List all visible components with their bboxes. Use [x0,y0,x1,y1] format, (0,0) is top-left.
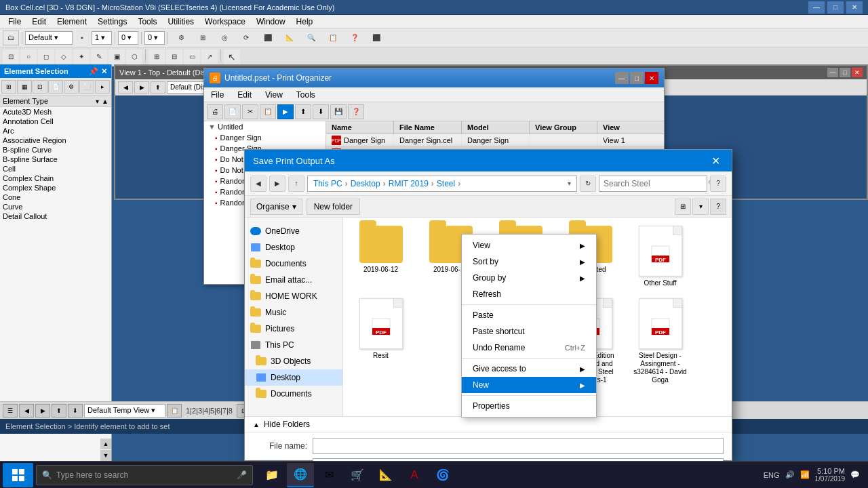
element-cone[interactable]: Cone [0,192,111,202]
toolbar-open[interactable]: 🗂 [3,30,19,45]
print-close[interactable]: ✕ [645,72,658,84]
notification-icon[interactable]: 💬 [850,470,860,479]
ctx-paste[interactable]: Paste [462,307,596,323]
element-type-scroll[interactable]: ▲ [102,98,108,105]
search-input[interactable] [604,179,705,188]
taskbar-app-extra[interactable]: 🌀 [429,463,456,487]
table-row-1[interactable]: PDF Danger Sign Danger Sign.cel Danger S… [326,134,664,147]
snap-btn-1[interactable]: ⊡ [3,49,19,64]
menu-file[interactable]: File [3,16,26,28]
minimize-button[interactable]: — [808,1,825,14]
menu-tools[interactable]: Tools [132,16,162,28]
sidebar-documents[interactable]: Documents [245,256,342,272]
menu-edit[interactable]: Edit [26,16,52,28]
toolbar-num-dropdown[interactable]: 1 ▾ [92,31,112,45]
temp-view-dropdown[interactable]: Default Temp View ▾ [84,404,165,418]
panel-btn-5[interactable]: ⚙ [64,80,79,94]
ctx-view[interactable]: View ▶ [462,237,596,253]
view1-tool-1[interactable]: ◀ [118,81,133,94]
toolbar-btn-5[interactable]: ⟳ [236,30,256,45]
snap-btn-5[interactable]: ✦ [73,49,90,64]
print-menu-view[interactable]: View [258,89,290,101]
panel-btn-4[interactable]: 📄 [48,80,63,94]
sidebar-music[interactable]: Music [245,304,342,321]
print-tool-6[interactable]: ⬆ [295,104,311,119]
sidebar-email[interactable]: Email attac... [245,272,342,288]
print-tool-8[interactable]: 💾 [330,104,347,119]
sidebar-documents-2[interactable]: Documents [245,386,342,402]
toolbar-btn-11[interactable]: ⬛ [366,30,387,45]
print-tool-1[interactable]: 🖨 [207,104,223,119]
ctx-refresh[interactable]: Refresh [462,286,596,302]
toolbar-btn-2[interactable]: ⚙ [171,30,191,45]
ctx-undo-rename[interactable]: Undo Rename Ctrl+Z [462,340,596,356]
taskbar-app-mail[interactable]: ✉ [315,463,342,487]
bc-rmit[interactable]: RMIT 2019 [389,179,429,188]
print-minimize[interactable]: — [615,72,629,84]
snap-btn-11[interactable]: ▭ [184,49,200,64]
ctx-paste-shortcut[interactable]: Paste shortcut [462,323,596,340]
element-type-arrow[interactable]: ▾ [96,98,99,105]
sidebar-homework[interactable]: HOME WORK [245,288,342,304]
sidebar-onedrive[interactable]: OneDrive [245,223,342,239]
menu-window[interactable]: Window [251,16,291,28]
file-folder-2019-06-12[interactable]: 2019-06-12 [349,223,413,290]
ctx-give-access[interactable]: Give access to ▶ [462,361,596,377]
menu-help[interactable]: Help [291,16,319,28]
snap-btn-10[interactable]: ⊟ [166,49,182,64]
menu-settings[interactable]: Settings [92,16,132,28]
start-button[interactable] [3,463,33,487]
print-tool-9[interactable]: ❓ [348,104,364,119]
ctx-new[interactable]: New ▶ [462,377,596,393]
view1-minimize[interactable]: — [827,68,838,77]
view-icons-button[interactable]: ⊞ [675,199,691,215]
file-pdf-other-stuff[interactable]: PDF Other Stuff [628,223,692,290]
taskbar-app-store[interactable]: 🛒 [344,463,371,487]
select-arrow[interactable]: ↖ [224,49,240,64]
ctx-properties[interactable]: Properties [462,398,596,414]
print-menu-edit[interactable]: Edit [231,89,258,101]
menu-element[interactable]: Element [52,16,92,28]
print-tool-5[interactable]: ▶ [277,104,294,119]
panel-pin[interactable]: 📌 [89,67,98,76]
file-pdf-steel-design[interactable]: PDF Steel Design - Assingment - s3284614… [628,296,692,387]
sidebar-thispc[interactable]: This PC [245,337,342,353]
save-close-button[interactable]: ✕ [707,152,724,169]
bc-steel[interactable]: Steel [437,179,455,188]
toolbar-btn-8[interactable]: 🔍 [301,30,321,45]
taskbar-app-edge[interactable]: 🌐 [287,463,314,487]
print-maximize[interactable]: □ [630,72,644,84]
element-bspline-curve[interactable]: B-spline Curve [0,145,111,155]
toolbar-default-dropdown[interactable]: Default ▾ [25,31,73,45]
bottom-tool-3[interactable]: ▶ [35,404,50,418]
nav-forward-button[interactable]: ▶ [269,176,285,192]
element-curve[interactable]: Curve [0,202,111,211]
close-button[interactable]: ✕ [846,1,863,14]
toolbar-zero-dropdown[interactable]: 0 ▾ [118,31,138,45]
file-pdf-resit[interactable]: PDF Resit [349,296,413,387]
print-tool-7[interactable]: ⬇ [313,104,329,119]
element-acute3d-mesh[interactable]: Acute3D Mesh [0,107,111,117]
element-bspline-surface[interactable]: B-spline Surface [0,155,111,164]
snap-btn-4[interactable]: ◇ [56,49,72,64]
toolbar-btn-1[interactable]: ▪ [74,30,90,45]
panel-btn-6[interactable]: ⬜ [79,80,94,94]
nav-refresh-button[interactable]: ↻ [580,176,596,192]
ctx-sort-by[interactable]: Sort by ▶ [462,253,596,270]
list-scroll-up[interactable]: ▲ [100,439,111,449]
tree-item-untitled[interactable]: ▼ Untitled [204,121,326,132]
tree-item-danger-sign-1[interactable]: ▪ Danger Sign [204,132,326,143]
element-complex-chain[interactable]: Complex Chain [0,174,111,183]
panel-btn-2[interactable]: ▦ [17,80,32,94]
bottom-tool-4[interactable]: ⬆ [52,404,66,418]
panel-close[interactable]: ✕ [101,67,107,76]
sidebar-desktop-1[interactable]: Desktop [245,239,342,256]
snap-btn-2[interactable]: ○ [20,49,37,64]
print-tool-3[interactable]: ✂ [242,104,258,119]
toolbar-zero2-dropdown[interactable]: 0 ▾ [144,31,165,45]
snap-btn-7[interactable]: ▣ [108,49,125,64]
sidebar-desktop-2[interactable]: Desktop [245,369,342,386]
toolbar-btn-6[interactable]: ⬛ [258,30,278,45]
hide-folders-arrow[interactable]: ▲ [253,421,260,428]
bottom-tool-1[interactable]: ☰ [3,404,18,418]
